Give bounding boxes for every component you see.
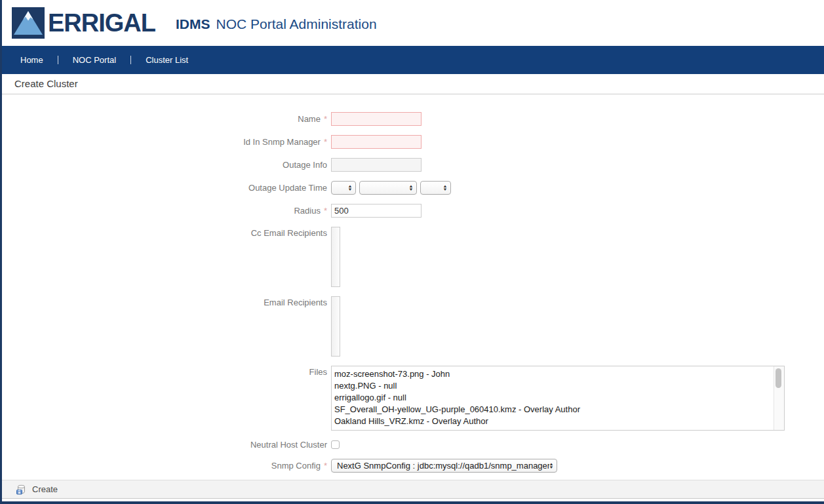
name-input[interactable] xyxy=(331,112,422,126)
name-label: Name* xyxy=(2,114,327,124)
app-subtitle: NOC Portal Administration xyxy=(216,16,377,32)
files-option[interactable]: moz-screenshot-73.png - John xyxy=(334,368,772,380)
form-row-neutral-host: Neutral Host Cluster xyxy=(2,440,824,450)
outage-time-select-2[interactable]: ▲▼ xyxy=(359,181,417,195)
app-header: ERRIGAL IDMS NOC Portal Administration xyxy=(2,0,824,46)
cc-email-listbox[interactable] xyxy=(331,227,340,287)
files-option[interactable]: nextg.PNG - null xyxy=(334,380,772,392)
required-marker: * xyxy=(324,206,327,216)
required-marker: * xyxy=(324,461,327,471)
required-marker: * xyxy=(324,114,327,124)
errigal-logo: ERRIGAL xyxy=(12,7,155,39)
form-row-cc-email: Cc Email Recipients xyxy=(2,227,824,287)
nav-separator xyxy=(130,56,131,64)
neutral-host-checkbox[interactable] xyxy=(331,440,340,449)
files-scrollbar-track[interactable] xyxy=(774,366,784,430)
form-row-files: Files moz-screenshot-73.png - John nextg… xyxy=(2,366,824,431)
create-cluster-form: Name* Id In Snmp Manager* Outage Info Ou… xyxy=(2,112,824,473)
required-marker: * xyxy=(324,137,327,147)
cc-email-label: Cc Email Recipients xyxy=(2,227,327,238)
files-listbox[interactable]: moz-screenshot-73.png - John nextg.PNG -… xyxy=(331,366,785,431)
snmp-config-select[interactable]: NextG SnmpConfig : jdbc:mysql://qadb1/sn… xyxy=(331,459,557,473)
outage-info-input[interactable] xyxy=(331,158,422,172)
snmp-config-label: Snmp Config* xyxy=(2,461,327,471)
database-save-icon xyxy=(16,484,26,495)
files-option[interactable]: SF_Overall_OH-yellow_UG-purple_060410.km… xyxy=(334,404,772,416)
files-scrollbar-thumb[interactable] xyxy=(775,368,781,388)
page-bottom-border xyxy=(0,501,824,504)
snmp-id-input[interactable] xyxy=(331,135,422,149)
radius-label: Radius* xyxy=(2,206,327,216)
updown-arrows-icon: ▲▼ xyxy=(443,185,447,191)
neutral-host-label: Neutral Host Cluster xyxy=(2,440,327,450)
snmp-id-label: Id In Snmp Manager* xyxy=(2,137,327,147)
outage-time-select-1[interactable]: ▲▼ xyxy=(331,181,356,195)
files-label: Files xyxy=(2,366,327,377)
page: ERRIGAL IDMS NOC Portal Administration H… xyxy=(0,0,824,504)
page-title: Create Cluster xyxy=(2,79,824,94)
updown-arrows-icon: ▲▼ xyxy=(409,185,413,191)
files-option[interactable]: Oakland Hills_VRZ.kmz - Overlay Author xyxy=(334,416,772,427)
form-row-outage-time: Outage Update Time ▲▼ ▲▼ ▲▼ xyxy=(2,181,824,195)
product-name: IDMS xyxy=(176,16,210,32)
form-row-email: Email Recipients xyxy=(2,296,824,357)
nav-item-noc-portal[interactable]: NOC Portal xyxy=(73,55,116,65)
nav-item-cluster-list[interactable]: Cluster List xyxy=(146,55,188,65)
radius-input[interactable] xyxy=(331,204,422,218)
main-nav: Home NOC Portal Cluster List xyxy=(2,46,824,74)
nav-separator xyxy=(58,56,58,64)
nav-item-home[interactable]: Home xyxy=(20,55,43,65)
form-row-outage-info: Outage Info xyxy=(2,158,824,172)
create-button-label: Create xyxy=(32,484,58,494)
outage-time-select-3[interactable]: ▲▼ xyxy=(420,181,451,195)
create-button[interactable]: Create xyxy=(16,484,58,495)
updown-arrows-icon: ▲▼ xyxy=(549,463,553,469)
form-row-name: Name* xyxy=(2,112,824,126)
action-bar: Create xyxy=(2,480,824,499)
app-title: IDMS NOC Portal Administration xyxy=(176,16,377,32)
outage-info-label: Outage Info xyxy=(2,160,327,170)
files-option[interactable]: errigallogo.gif - null xyxy=(334,392,772,404)
form-row-radius: Radius* xyxy=(2,204,824,218)
email-listbox[interactable] xyxy=(331,296,340,357)
form-row-snmp-config: Snmp Config* NextG SnmpConfig : jdbc:mys… xyxy=(2,459,824,473)
logo-text: ERRIGAL xyxy=(48,9,155,37)
updown-arrows-icon: ▲▼ xyxy=(348,185,352,191)
email-label: Email Recipients xyxy=(2,296,327,307)
mountain-logo-icon xyxy=(12,7,45,39)
outage-time-label: Outage Update Time xyxy=(2,183,327,193)
form-row-snmp-id: Id In Snmp Manager* xyxy=(2,135,824,149)
